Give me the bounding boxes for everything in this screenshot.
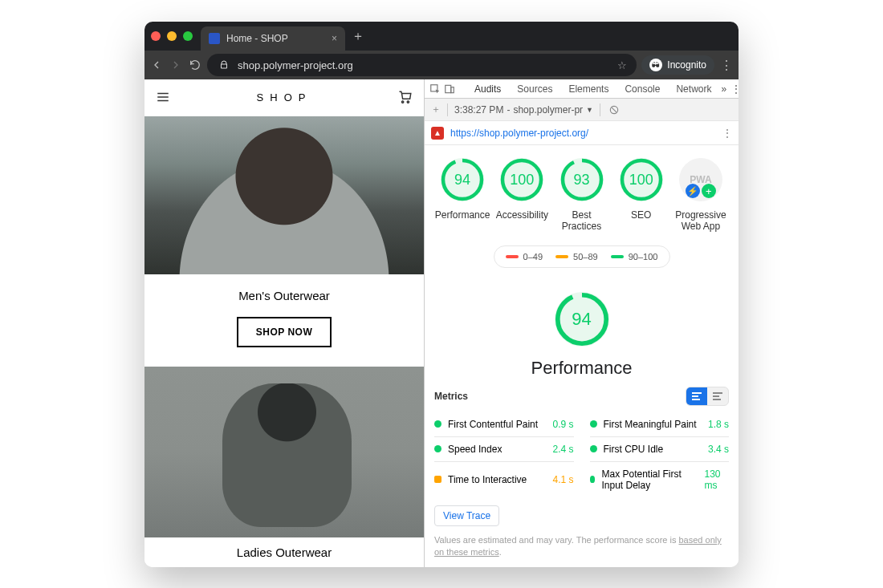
score-gauges: 94 Performance 100 Accessibility (434, 158, 729, 233)
hero-image-ladies (144, 367, 424, 537)
metric-name: Max Potential First Input Delay (601, 468, 698, 491)
back-icon[interactable] (149, 58, 164, 72)
metrics-grid: First Contentful Paint0.9 s First Meanin… (434, 412, 729, 497)
gauge-label: Performance (435, 209, 490, 221)
gauge-ring: 100 (620, 158, 663, 201)
dropdown-caret-icon: ▼ (586, 106, 593, 114)
gauge-best-practices[interactable]: 93 Best Practices (553, 158, 609, 233)
gauge-label: Progressive Web App (673, 209, 729, 233)
gauge-seo[interactable]: 100 SEO (613, 158, 669, 233)
gauge-ring: 94 (441, 158, 484, 201)
status-dot-icon (590, 476, 596, 483)
browser-toolbar: shop.polymer-project.org ☆ 🕶 Incognito ⋮ (144, 51, 739, 79)
tab-sources[interactable]: Sources (511, 82, 559, 96)
metric-value: 1.8 s (708, 419, 729, 430)
maximize-window-icon[interactable] (183, 31, 193, 41)
run-selector[interactable]: 3:38:27 PM - shop.polymer-pr ▼ (454, 104, 593, 116)
tab-network[interactable]: Network (669, 82, 718, 96)
gauge-accessibility[interactable]: 100 Accessibility (494, 158, 550, 233)
browser-window: Home - SHOP × ＋ shop.polymer-project.org… (144, 22, 739, 567)
close-tab-icon[interactable]: × (332, 33, 337, 44)
browser-menu-icon[interactable]: ⋮ (719, 58, 734, 72)
site-header: SHOP (144, 79, 424, 116)
hamburger-menu-icon[interactable] (156, 90, 170, 104)
devtools-tabstrip: Audits Sources Elements Console Network … (425, 79, 739, 99)
metric-row: Time to Interactive4.1 s (434, 461, 574, 497)
gauge-pwa[interactable]: PWA ⚡ + Progressive Web App (673, 158, 729, 233)
clear-audit-icon[interactable] (607, 103, 621, 117)
metrics-view-toggle[interactable] (686, 387, 729, 406)
gauge-ring: 93 (560, 158, 604, 201)
gauge-value: 100 (629, 172, 653, 189)
section-mens: Men's Outerwear SHOP NOW (144, 274, 424, 367)
minimize-window-icon[interactable] (167, 31, 177, 41)
metric-row: First CPU Idle3.4 s (590, 436, 730, 461)
metric-value: 130 ms (704, 468, 729, 491)
section-title: Men's Outerwear (144, 289, 424, 302)
url-text: shop.polymer-project.org (238, 59, 353, 71)
toggle-compact-icon (707, 387, 728, 405)
toggle-detail-icon (686, 387, 707, 405)
metric-value: 4.1 s (552, 474, 573, 485)
legend-bar-icon (611, 255, 624, 258)
metrics-title: Metrics (434, 391, 468, 402)
close-window-icon[interactable] (151, 31, 161, 41)
element-picker-icon[interactable] (429, 82, 441, 96)
audit-report[interactable]: 94 Performance 100 Accessibility (425, 145, 739, 567)
new-audit-button[interactable]: ＋ (431, 103, 441, 116)
metric-name: First Meaningful Paint (604, 419, 697, 430)
cart-icon[interactable] (398, 90, 413, 104)
overflow-tabs-icon[interactable]: » (721, 83, 726, 95)
url-bar[interactable]: shop.polymer-project.org ☆ (207, 54, 637, 76)
pwa-badge: PWA ⚡ + (679, 158, 722, 201)
metric-value: 3.4 s (708, 444, 729, 455)
view-trace-row: View Trace (434, 505, 729, 526)
big-gauge-ring: 94 (555, 292, 609, 347)
browser-tab-bar: Home - SHOP × ＋ (144, 22, 739, 51)
devtools-menu-icon[interactable]: ⋮ (731, 83, 739, 95)
metric-value: 2.4 s (552, 444, 573, 455)
site-logo[interactable]: SHOP (257, 91, 312, 103)
page-viewport: SHOP Men's Outerwear SHOP NOW Ladies Out… (144, 79, 424, 567)
metric-row: First Contentful Paint0.9 s (434, 412, 574, 436)
metrics-header: Metrics (434, 387, 729, 406)
metric-row: First Meaningful Paint1.8 s (590, 412, 730, 436)
browser-tab[interactable]: Home - SHOP × (201, 26, 345, 51)
audited-url[interactable]: https://shop.polymer-project.org/ (450, 128, 588, 139)
status-dot-icon (434, 476, 442, 483)
svg-point-8 (557, 295, 605, 343)
legend-green: 90–100 (611, 252, 658, 262)
category-title: Performance (434, 358, 729, 379)
metric-name: First CPU Idle (604, 444, 664, 455)
tab-favicon (209, 33, 220, 44)
incognito-indicator: 🕶 Incognito (641, 55, 714, 75)
reload-icon[interactable] (188, 58, 202, 72)
gauge-label: Accessibility (496, 209, 548, 221)
shop-now-button[interactable]: SHOP NOW (237, 317, 332, 347)
device-toolbar-icon[interactable] (444, 82, 455, 96)
incognito-icon: 🕶 (649, 59, 662, 71)
gauge-label: SEO (631, 209, 651, 221)
new-tab-button[interactable]: ＋ (352, 28, 364, 45)
status-dot-icon (434, 445, 442, 452)
gauge-value: 93 (573, 172, 589, 189)
lock-icon (217, 58, 231, 72)
forward-icon[interactable] (169, 58, 183, 72)
tab-console[interactable]: Console (618, 82, 666, 96)
metric-name: First Contentful Paint (448, 419, 538, 430)
metric-name: Time to Interactive (448, 474, 527, 485)
tab-audits[interactable]: Audits (468, 82, 507, 96)
status-dot-icon (434, 420, 442, 428)
bookmark-star-icon[interactable]: ☆ (617, 59, 627, 71)
devtools-tab-overflow: » ⋮ × (721, 83, 739, 95)
run-url-short: shop.polymer-pr (513, 104, 583, 116)
audits-toolbar: ＋ 3:38:27 PM - shop.polymer-pr ▼ (425, 99, 739, 121)
gauge-value: 94 (454, 172, 470, 189)
tab-elements[interactable]: Elements (562, 82, 615, 96)
status-dot-icon (590, 445, 597, 452)
view-trace-button[interactable]: View Trace (434, 505, 499, 526)
window-controls (151, 31, 193, 41)
report-options-icon[interactable]: ⋮ (722, 128, 732, 139)
gauge-performance[interactable]: 94 Performance (434, 158, 490, 233)
section-title-ladies: Ladies Outerwear (144, 537, 424, 567)
